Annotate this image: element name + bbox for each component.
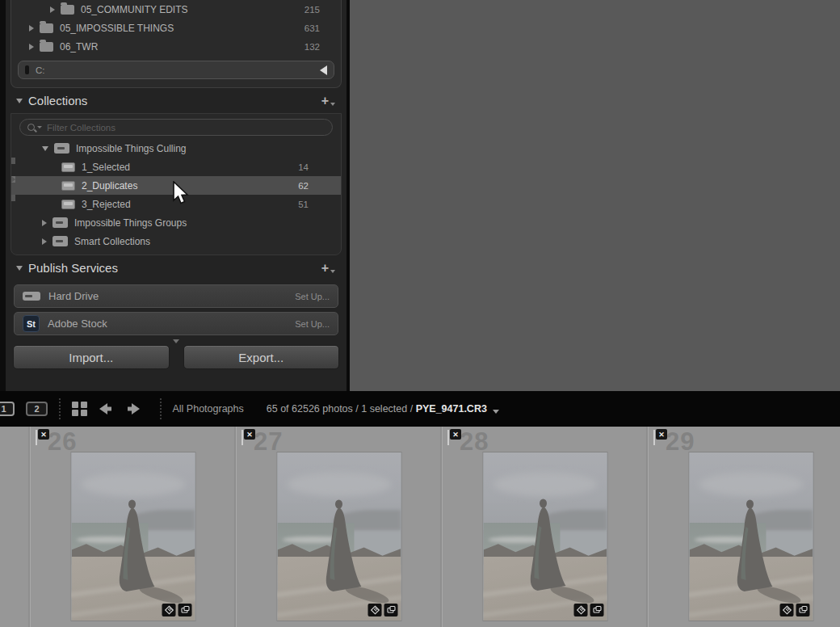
collection-row[interactable]: 1_Selected 14 <box>11 158 341 176</box>
collections-title: Collections <box>28 94 87 107</box>
filmstrip-status[interactable]: 65 of 62526 photos / 1 selected / PYE_94… <box>267 403 487 414</box>
folder-row[interactable]: 05_IMPOSSIBLE THINGS 631 <box>11 19 341 37</box>
next-photo-arrow-icon[interactable] <box>124 402 141 415</box>
folders-box: 05_COMMUNITY EDITS 215 05_IMPOSSIBLE THI… <box>10 0 342 88</box>
photo-cell[interactable]: 28 ✕ <box>442 427 648 627</box>
export-button[interactable]: Export... <box>183 345 340 369</box>
collapse-triangle-icon <box>173 339 179 343</box>
collection-label: 2_Duplicates <box>82 180 137 191</box>
rejected-flag-icon: ✕ <box>450 429 461 440</box>
set-up-link[interactable]: Set Up... <box>295 319 330 329</box>
add-publish-service-button[interactable]: + <box>321 262 329 275</box>
photo-cell[interactable]: 26 ✕ <box>30 427 236 627</box>
collection-set-icon <box>52 236 68 246</box>
thumbnail-badges <box>162 604 192 616</box>
main-content-area[interactable] <box>353 0 840 391</box>
main-window-button[interactable]: 1 <box>0 402 15 416</box>
collection-label: 1_Selected <box>82 162 130 173</box>
disclosure-triangle-icon[interactable] <box>29 44 34 50</box>
photo-cell[interactable]: 27 ✕ <box>236 427 442 627</box>
collection-set-row[interactable]: Smart Collections <box>11 232 341 250</box>
folder-count: 215 <box>304 5 320 15</box>
flag-pole-icon <box>36 430 37 445</box>
collections-expand-icon[interactable] <box>16 99 23 103</box>
service-name: Adobe Stock <box>48 318 107 330</box>
photo-cell[interactable]: 29 ✕ <box>648 427 840 627</box>
photo-thumbnail[interactable] <box>484 452 607 621</box>
disclosure-triangle-icon[interactable] <box>11 176 15 183</box>
folder-row[interactable]: 06_TWR 132 <box>11 37 341 56</box>
disclosure-triangle-icon[interactable] <box>42 238 47 245</box>
collection-set-row[interactable]: Impossible Things Groups <box>11 213 341 232</box>
collection-label: Smart Collections <box>74 236 150 247</box>
adjustments-badge-icon[interactable] <box>574 604 588 616</box>
collection-badge-icon[interactable] <box>796 604 810 616</box>
folder-icon <box>40 23 53 33</box>
photo-thumbnail[interactable] <box>72 452 195 621</box>
collection-badge-icon[interactable] <box>384 604 398 616</box>
add-collection-button[interactable]: + <box>321 95 329 107</box>
thumbnail-badges <box>780 604 810 616</box>
publish-service-hard-drive[interactable]: Hard Drive Set Up... <box>14 284 338 308</box>
rejected-flag-icon: ✕ <box>244 429 255 440</box>
collections-box: Impossible Things Culling 1_Selected 14 … <box>10 113 342 255</box>
search-icon <box>27 124 35 131</box>
adjustments-badge-icon[interactable] <box>368 604 382 616</box>
disclosure-triangle-icon[interactable] <box>42 220 47 226</box>
rejected-dim-overlay <box>690 452 813 621</box>
collection-row-highlighted[interactable]: 2_Duplicates 62 <box>11 176 341 195</box>
set-up-link[interactable]: Set Up... <box>295 292 330 301</box>
thumbnail-badges <box>368 604 398 616</box>
collection-badge-icon[interactable] <box>178 604 192 616</box>
filter-collections-field[interactable] <box>19 119 333 136</box>
service-name: Hard Drive <box>48 290 99 302</box>
collections-header[interactable]: Collections + <box>6 88 346 113</box>
adjustments-badge-icon[interactable] <box>780 604 794 616</box>
folder-count: 132 <box>304 42 320 52</box>
add-collection-caret-icon[interactable] <box>330 103 335 106</box>
folder-row[interactable]: 05_COMMUNITY EDITS 215 <box>11 0 341 19</box>
lightroom-window: 05_COMMUNITY EDITS 215 05_IMPOSSIBLE THI… <box>0 0 840 627</box>
grid-view-icon[interactable] <box>72 402 87 417</box>
publish-expand-icon[interactable] <box>16 266 23 271</box>
photo-thumbnail[interactable] <box>690 452 813 621</box>
photo-thumbnail[interactable] <box>278 452 401 621</box>
collection-count: 14 <box>298 162 309 172</box>
import-button[interactable]: Import... <box>13 345 170 369</box>
folder-icon <box>61 5 74 15</box>
publish-services-box: Hard Drive Set Up... St Adobe Stock Set … <box>7 284 345 335</box>
adjustments-badge-icon[interactable] <box>162 604 176 616</box>
search-options-caret-icon[interactable] <box>37 126 42 128</box>
collection-label: Impossible Things Groups <box>74 217 187 229</box>
volume-collapse-arrow-icon[interactable] <box>320 65 327 75</box>
disclosure-triangle-icon[interactable] <box>42 146 48 151</box>
folder-label: 05_IMPOSSIBLE THINGS <box>60 23 174 34</box>
previous-photo-arrow-icon[interactable] <box>99 402 116 415</box>
volume-bar[interactable]: C: <box>18 61 334 79</box>
collection-icon <box>61 181 75 191</box>
disclosure-triangle-icon[interactable] <box>29 25 34 32</box>
collection-count: 62 <box>298 181 309 191</box>
second-window-button[interactable]: 2 <box>26 402 48 416</box>
filmstrip-source-caret-icon[interactable] <box>493 410 499 414</box>
collection-icon <box>61 200 75 209</box>
filter-collections-input[interactable] <box>47 123 325 133</box>
collection-set-row[interactable]: Impossible Things Culling <box>11 139 341 158</box>
collection-badge-icon[interactable] <box>590 604 604 616</box>
collection-row[interactable]: 3_Rejected 51 <box>11 195 341 213</box>
toolbar-separator <box>59 398 61 419</box>
disclosure-triangle-icon[interactable] <box>11 158 15 164</box>
panel-collapse-handle[interactable] <box>6 339 346 343</box>
volume-label: C: <box>36 65 45 75</box>
filmstrip-source-label[interactable]: All Photographs <box>173 403 244 414</box>
publish-services-header[interactable]: Publish Services + <box>6 255 346 280</box>
add-publish-caret-icon[interactable] <box>330 270 335 273</box>
collection-count: 51 <box>298 200 309 209</box>
publish-service-adobe-stock[interactable]: St Adobe Stock Set Up... <box>14 312 338 335</box>
disclosure-triangle-icon[interactable] <box>50 6 55 13</box>
flag-pole-icon <box>242 430 243 445</box>
rejected-dim-overlay <box>484 452 607 621</box>
disclosure-triangle-icon[interactable] <box>11 195 15 201</box>
collection-label: Impossible Things Culling <box>76 143 187 154</box>
collection-set-icon <box>54 143 69 154</box>
